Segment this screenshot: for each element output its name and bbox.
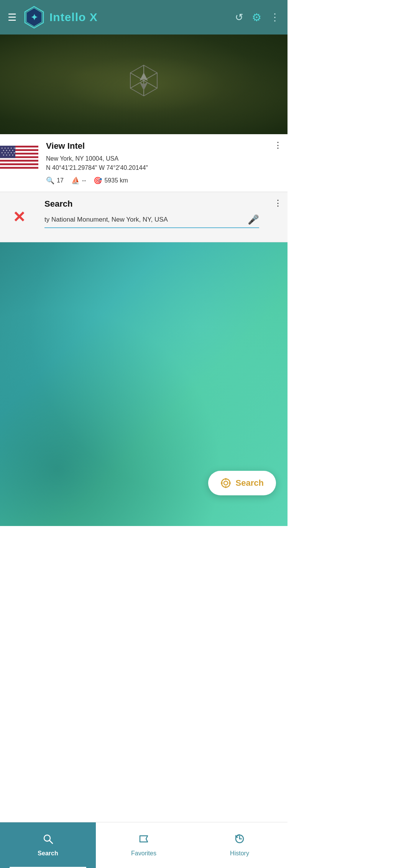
flag-container: ★★★★★ ★★★★ ★★★★★ ★★★★: [0, 134, 38, 180]
search-more-button[interactable]: ⋮: [268, 192, 288, 214]
app-title: Intello X: [49, 11, 98, 24]
banner-area: [0, 35, 288, 134]
app-logo: ✦ Intello X: [23, 6, 235, 29]
view-intel-title: View Intel: [46, 141, 263, 151]
view-intel-body: View Intel New York, NY 10004, USA N 40°…: [38, 134, 268, 192]
view-intel-more-button[interactable]: ⋮: [268, 134, 288, 156]
target-icon: 🎯: [94, 176, 102, 185]
svg-point-35: [222, 479, 230, 487]
fab-target-icon: [220, 478, 231, 488]
settings-icon[interactable]: ⚙: [252, 11, 261, 24]
view-intel-meta: 🔍 17 ⛵ -- 🎯 5935 km: [46, 176, 263, 185]
logo-hex-icon: ✦: [23, 6, 46, 29]
history-icon[interactable]: ↺: [235, 12, 243, 23]
more-icon[interactable]: ⋮: [270, 12, 280, 23]
search-card: ✕ Search ty National Monument, New York,…: [0, 192, 288, 242]
cards-container: ★★★★★ ★★★★ ★★★★★ ★★★★ View Intel New Yor…: [0, 134, 288, 242]
svg-rect-13: [0, 158, 38, 160]
search-card-body: Search ty National Monument, New York, N…: [38, 192, 268, 235]
search-input[interactable]: ty National Monument, New York, NY, USA: [44, 216, 244, 224]
us-flag-icon: ★★★★★ ★★★★ ★★★★★ ★★★★: [0, 134, 38, 180]
clear-icon[interactable]: ✕: [13, 208, 26, 226]
banner-logo-icon: [121, 61, 167, 107]
distance-meta: 🎯 5935 km: [94, 176, 128, 185]
boat-meta: ⛵ --: [71, 176, 86, 185]
boat-icon: ⛵: [71, 176, 80, 185]
svg-rect-15: [0, 165, 38, 167]
app-header: ☰ ✦ Intello X ↺ ⚙ ⋮: [0, 0, 288, 35]
search-card-icon-col: ✕: [0, 192, 38, 242]
view-intel-card: ★★★★★ ★★★★ ★★★★★ ★★★★ View Intel New Yor…: [0, 134, 288, 192]
search-input-row[interactable]: ty National Monument, New York, NY, USA …: [44, 214, 259, 228]
search-card-title: Search: [44, 199, 263, 209]
zoom-meta: 🔍 17: [46, 176, 64, 185]
search-fab-button[interactable]: Search: [208, 471, 276, 495]
view-intel-location: New York, NY 10004, USA N 40°41'21.29784…: [46, 154, 263, 173]
map-area[interactable]: Search: [0, 242, 288, 526]
svg-text:✦: ✦: [31, 13, 38, 22]
svg-rect-14: [0, 162, 38, 164]
microphone-icon[interactable]: 🎤: [248, 214, 259, 225]
menu-icon[interactable]: ☰: [8, 12, 16, 23]
zoom-icon: 🔍: [46, 176, 54, 185]
fab-label: Search: [236, 478, 264, 488]
header-icons: ↺ ⚙ ⋮: [235, 11, 280, 24]
svg-point-36: [224, 481, 228, 485]
